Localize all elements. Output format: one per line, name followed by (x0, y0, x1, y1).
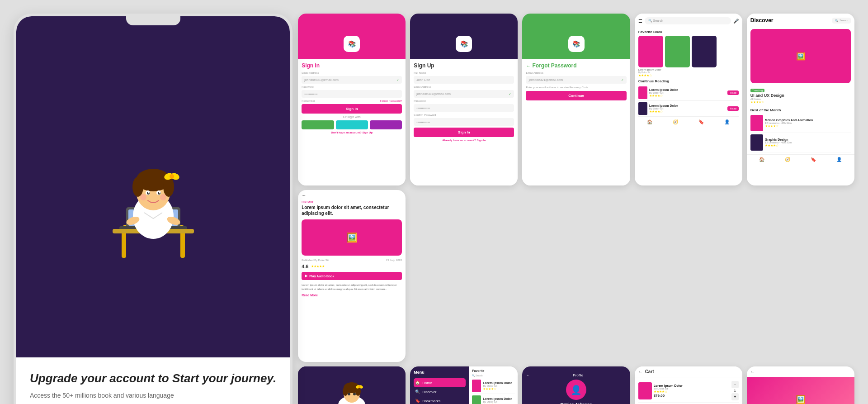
google-btn[interactable] (302, 120, 334, 129)
social-buttons (302, 120, 402, 129)
book-stars-1: ★★★★☆ (638, 74, 739, 77)
fav-book-3[interactable] (692, 36, 717, 67)
menu-home[interactable]: 🏠 Home (414, 378, 466, 387)
cart-body: Lorem Ipsum Dolor By Dolor Sit ★★★★☆ $79… (635, 377, 742, 404)
menu-bookmarks[interactable]: 🔖 Bookmarks (414, 396, 466, 404)
svg-point-12 (132, 177, 143, 197)
article-meta: Published By Dolor Sit 29 July, 2020 (298, 257, 406, 263)
sidebar-right-content: Favorite 🔍 Search Lorem Ipsum Dolor By D… (469, 366, 518, 404)
no-account-text: Don't have an account? Sign Up (302, 131, 402, 134)
best-month-cover-1 (750, 115, 763, 131)
svg-point-31 (353, 393, 356, 395)
discover-search[interactable]: 🔍 Search (832, 18, 851, 24)
password-input-signup[interactable]: •••••••••••• (414, 104, 514, 112)
girl-small-icon (329, 373, 374, 404)
forgot-password-screen: 📚 ← Forgot Password Email Address johndo… (522, 14, 630, 185)
confirm-password-input[interactable]: •••••••••••• (414, 118, 514, 126)
book-detail-screen: ← 🖼️ Lorem Ipsum Dolor By Dolor Sit ★★★★… (747, 366, 854, 404)
profile-name: Patrica Johnson (561, 402, 592, 404)
svg-point-16 (170, 174, 174, 179)
facebook-btn[interactable] (370, 120, 402, 129)
profile-avatar: 👤 (566, 380, 586, 400)
svg-point-30 (348, 393, 350, 395)
continue-reading-title: Continue Reading (635, 77, 742, 85)
sidemenu-screen: Menu 🏠 Home 🔍 Discover 🔖 Bookmarks � (410, 366, 518, 404)
sign-up-screen: 📚 Sign Up Full Name John Doe Email Addre… (410, 14, 518, 185)
trending-stars: ★★★★☆ (750, 100, 851, 104)
play-audio-btn[interactable]: ▶ Play Audio Book (302, 272, 402, 280)
trending-badge: Trending (750, 89, 764, 92)
discover-menu-label: Discover (422, 390, 436, 394)
main-phone: Upgrade your account to Start your journ… (14, 14, 292, 404)
sidebar-book-cover-1 (472, 380, 481, 392)
read-btn-2[interactable]: Read (727, 106, 738, 111)
article-rating: 4.6 (302, 264, 308, 269)
svg-point-21 (148, 192, 149, 194)
nav-compass[interactable]: 🧭 (673, 119, 678, 124)
nav-home-discover[interactable]: 🏠 (759, 157, 764, 162)
nav-bookmark[interactable]: 🔖 (698, 119, 704, 124)
bookmarks-menu-icon: 🔖 (415, 399, 420, 403)
signin-button[interactable]: Sign In (302, 104, 402, 114)
menu-icon[interactable]: ☰ (638, 19, 642, 24)
nav-bookmark-discover[interactable]: 🔖 (811, 157, 816, 162)
sidebar-right-title: Favorite (472, 369, 515, 372)
nav-user[interactable]: 👤 (724, 119, 730, 124)
best-month-item-1: Motion Graphics And Animation 12 Lessons… (750, 114, 851, 133)
main-subtext: Access the 50+ millions book and various… (30, 392, 276, 399)
trending-book-title: UI and UX Design (750, 93, 851, 98)
svg-rect-2 (180, 231, 185, 258)
sign-in-screen: 📚 Sign In Email Address johndoe321@email… (298, 14, 406, 185)
app-icon-signin: 📚 (344, 36, 360, 52)
email-input-signin[interactable]: johndoe321@email.com ✓ (302, 76, 402, 84)
svg-point-13 (163, 177, 174, 197)
nav-home[interactable]: 🏠 (647, 119, 652, 124)
detail-cover: 🖼️ (747, 377, 854, 404)
article-cover: 🖼️ (302, 219, 402, 256)
sidebar-book-2: Lorem Ipsum Dolor By Dolor Sit ★★★★☆ (472, 394, 515, 404)
continue-books: Lorem Ipsum Dolor By Dolor Sit ★★★★☆ Rea… (635, 85, 742, 117)
back-arrow-cart[interactable]: ← (638, 369, 643, 374)
qty-minus-1[interactable]: - (731, 381, 739, 388)
password-label: Password (302, 86, 402, 88)
sidebar-phone-screen: Upgrade your account to Start your journ… (298, 366, 406, 404)
sign-in-title: Sign In (302, 62, 402, 69)
main-screen-top (16, 16, 290, 357)
password-input-signin[interactable]: •••••••••••• (302, 90, 402, 98)
article-screen: ← HISTORY Lorem ipsum dolor sit amet, co… (298, 190, 406, 362)
back-arrow-article[interactable]: ← (302, 193, 306, 198)
article-stars: ★★★★★ (311, 265, 325, 268)
mic-icon[interactable]: 🎤 (733, 19, 739, 24)
nav-user-discover[interactable]: 👤 (836, 157, 842, 162)
nav-discover[interactable]: 🧭 (785, 157, 790, 162)
qty-plus-1[interactable]: + (731, 393, 739, 400)
home-menu-label: Home (422, 381, 432, 385)
back-arrow-detail[interactable]: ← (750, 369, 755, 374)
twitter-btn[interactable] (336, 120, 368, 129)
back-arrow-forgot[interactable]: ← (526, 63, 530, 68)
menu-discover[interactable]: 🔍 Discover (414, 387, 466, 396)
fav-book-2[interactable] (665, 36, 690, 67)
discover-header: Discover 🔍 Search (747, 14, 854, 27)
featured-book-cover[interactable]: 🖼️ (750, 29, 851, 83)
read-more-article[interactable]: Read More (298, 293, 406, 298)
forgot-password-body: ← Forgot Password Email Address johndoe3… (522, 59, 630, 185)
sidebar-menu: Menu 🏠 Home 🔍 Discover 🔖 Bookmarks � (410, 366, 469, 404)
back-arrow-profile[interactable]: ← (526, 373, 529, 377)
home-search-bar[interactable]: 🔍 Search (645, 17, 731, 24)
read-btn-1[interactable]: Read (727, 90, 738, 95)
have-account-text: Already have an account? Sign In (414, 139, 514, 142)
svg-point-24 (160, 194, 166, 200)
email-input-forgot[interactable]: johndoe321@email.com ✓ (526, 76, 626, 84)
email-input-signup[interactable]: johndoe321@email.com ✓ (414, 90, 514, 98)
best-month-title: Best of the Month (750, 108, 851, 112)
fullname-input[interactable]: John Doe (414, 76, 514, 84)
profile-screen-title: Profile (573, 373, 583, 377)
signup-submit-button[interactable]: Sign In (414, 128, 514, 137)
svg-point-22 (159, 192, 160, 194)
fav-book-1[interactable] (638, 36, 663, 67)
discover-menu-icon: 🔍 (415, 390, 420, 394)
continue-button-forgot[interactable]: Continue (526, 91, 626, 100)
forgot-title: Forgot Password (532, 62, 576, 69)
discover-title: Discover (750, 17, 774, 24)
